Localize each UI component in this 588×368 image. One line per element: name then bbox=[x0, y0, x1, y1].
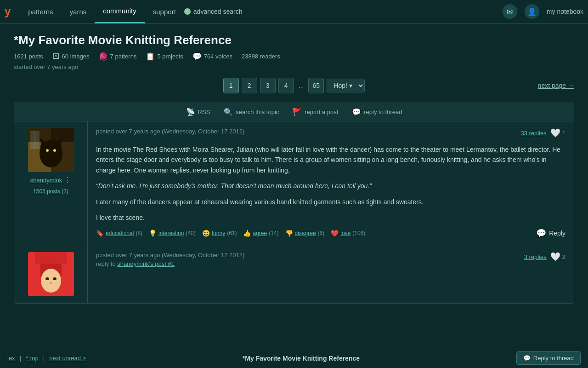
nav-advanced-search[interactable]: advanced search bbox=[184, 8, 243, 15]
username-1[interactable]: shandymink bbox=[30, 177, 62, 184]
svg-point-18 bbox=[45, 277, 49, 280]
thread-meta: 1621 posts 🖼 60 images 🧶 7 patterns 📋 5 … bbox=[14, 52, 574, 61]
avatar-cat-svg bbox=[28, 128, 74, 172]
post-time-1: posted over 7 years ago (Wednesday, Octo… bbox=[96, 128, 244, 135]
flag-icon: 🚩 bbox=[293, 108, 302, 116]
post-text-p1: In the movie The Red Shoes with Moira Sh… bbox=[96, 144, 565, 175]
voices-count[interactable]: 💬 764 voices bbox=[192, 52, 232, 61]
agree-icon: 👍 bbox=[243, 230, 251, 237]
reply-button-1[interactable]: 💬 Reply bbox=[536, 228, 565, 238]
search-status-dot bbox=[184, 8, 191, 15]
post-content-1: posted over 7 years ago (Wednesday, Octo… bbox=[88, 121, 574, 245]
page-content: *My Favorite Movie Knitting Reference 16… bbox=[0, 24, 588, 313]
advanced-search-label[interactable]: advanced search bbox=[193, 8, 243, 15]
nav-yarns[interactable]: yarns bbox=[62, 0, 95, 23]
page-4-btn[interactable]: 4 bbox=[278, 78, 294, 93]
avatar-1 bbox=[28, 128, 74, 172]
post-header-1: posted over 7 years ago (Wednesday, Octo… bbox=[96, 128, 565, 138]
reaction-love[interactable]: ❤️ love (106) bbox=[331, 230, 365, 237]
post-menu-icon-1[interactable]: ⋮ bbox=[64, 176, 71, 184]
reaction-interesting[interactable]: 💡 interesting (40) bbox=[149, 230, 196, 237]
post-replies-1: 33 replies 🤍 1 bbox=[520, 128, 565, 138]
replies-count-1[interactable]: 33 replies bbox=[520, 130, 546, 137]
svg-point-19 bbox=[53, 277, 57, 280]
search-topic-link[interactable]: 🔍 search this topic bbox=[224, 108, 279, 116]
svg-rect-17 bbox=[35, 252, 67, 264]
nav-patterns[interactable]: patterns bbox=[20, 0, 61, 23]
posts-count: 1621 posts bbox=[14, 53, 43, 60]
my-notebook-link[interactable]: my notebook bbox=[547, 8, 583, 15]
navigation: y patterns yarns community support advan… bbox=[0, 0, 588, 24]
rss-link[interactable]: 📡 RSS bbox=[186, 108, 210, 116]
reply-to-thread-toolbar-link[interactable]: 💬 reply to thread bbox=[352, 108, 402, 116]
post-row-2: posted over 7 years ago (Wednesday, Octo… bbox=[14, 245, 574, 303]
reply-label: reply to thread bbox=[364, 109, 402, 115]
pagination: 1 2 3 4 ... 65 Hop! ▾ next page → bbox=[14, 78, 574, 93]
search-topic-label: search this topic bbox=[236, 109, 279, 115]
patterns-count[interactable]: 🧶 7 patterns bbox=[99, 52, 137, 61]
images-icon: 🖼 bbox=[52, 52, 60, 61]
post-sidebar-1: shandymink ⋮ 1505 posts (3) bbox=[14, 121, 88, 245]
hop-select[interactable]: Hop! ▾ bbox=[327, 79, 365, 92]
readers-count: 23898 readers bbox=[242, 53, 280, 60]
post-header-2: posted over 7 years ago (Wednesday, Octo… bbox=[96, 252, 565, 267]
interesting-icon: 💡 bbox=[149, 230, 157, 237]
replies-count-2[interactable]: 3 replies bbox=[524, 253, 547, 260]
forum-container: 📡 RSS 🔍 search this topic 🚩 report a pos… bbox=[14, 103, 574, 304]
heart-badge-1: 🤍 1 bbox=[550, 128, 565, 138]
thread-title: *My Favorite Movie Knitting Reference bbox=[14, 33, 574, 47]
next-page-link[interactable]: next page → bbox=[538, 82, 574, 89]
svg-point-9 bbox=[53, 149, 56, 152]
disagree-icon: 👎 bbox=[285, 230, 293, 237]
search-icon: 🔍 bbox=[224, 108, 233, 116]
post-reply-info: reply to shandymink's post #1 bbox=[96, 260, 244, 267]
heart-badge-2: 🤍 2 bbox=[550, 252, 565, 262]
heart-icon-1: 🤍 bbox=[550, 128, 560, 138]
nav-links: patterns yarns community support advance… bbox=[20, 0, 502, 23]
site-logo[interactable]: y bbox=[5, 5, 11, 18]
educational-icon: 🔖 bbox=[96, 230, 104, 237]
user-posts-link-1[interactable]: 1505 posts (3) bbox=[33, 188, 68, 195]
reaction-disagree[interactable]: 👎 disagree (6) bbox=[285, 230, 325, 237]
report-post-link[interactable]: 🚩 report a post bbox=[293, 108, 338, 116]
page-2-btn[interactable]: 2 bbox=[242, 78, 257, 93]
post-replies-2: 3 replies 🤍 2 bbox=[524, 252, 565, 262]
images-count[interactable]: 🖼 60 images bbox=[52, 52, 90, 61]
projects-icon: 📋 bbox=[146, 52, 155, 61]
profile-icon[interactable]: 👤 bbox=[525, 4, 539, 19]
patterns-icon: 🧶 bbox=[99, 52, 108, 61]
funny-icon: 😄 bbox=[202, 230, 210, 237]
username-row-1: shandymink ⋮ bbox=[30, 176, 71, 184]
avatar-redhair-svg bbox=[28, 252, 74, 296]
heart-count-1: 1 bbox=[562, 130, 565, 137]
heart-count-2: 2 bbox=[562, 253, 565, 260]
nav-right-icons: ✉ 👤 my notebook bbox=[503, 4, 583, 19]
reaction-educational[interactable]: 🔖 educational (8) bbox=[96, 230, 142, 237]
projects-count[interactable]: 📋 5 projects bbox=[146, 52, 183, 61]
rss-icon: 📡 bbox=[186, 108, 195, 116]
thread-started: started over 7 years ago bbox=[14, 63, 574, 70]
svg-point-8 bbox=[46, 149, 49, 152]
reaction-agree[interactable]: 👍 agree (14) bbox=[243, 230, 278, 237]
page-last-btn[interactable]: 65 bbox=[308, 78, 324, 93]
nav-support[interactable]: support bbox=[145, 0, 184, 23]
reply-to-link[interactable]: shandymink's post #1 bbox=[117, 260, 175, 267]
page-3-btn[interactable]: 3 bbox=[260, 78, 276, 93]
messages-icon[interactable]: ✉ bbox=[503, 4, 517, 19]
page-1-btn[interactable]: 1 bbox=[223, 78, 239, 93]
nav-community[interactable]: community bbox=[95, 0, 145, 23]
pagination-ellipsis: ... bbox=[297, 82, 306, 89]
reply-icon: 💬 bbox=[352, 108, 361, 116]
post-sidebar-2 bbox=[14, 245, 88, 303]
avatar-2 bbox=[28, 252, 74, 296]
voices-icon: 💬 bbox=[192, 52, 202, 61]
reply-btn-icon: 💬 bbox=[536, 228, 546, 238]
svg-point-14 bbox=[41, 269, 61, 293]
post-content-2: posted over 7 years ago (Wednesday, Octo… bbox=[88, 245, 574, 303]
reaction-funny[interactable]: 😄 funny (61) bbox=[202, 230, 237, 237]
post-text-p3: I love that scene. bbox=[96, 213, 565, 223]
rss-label: RSS bbox=[198, 109, 210, 115]
report-label: report a post bbox=[305, 109, 338, 115]
post-reactions-1: 🔖 educational (8) 💡 interesting (40) 😄 f… bbox=[96, 228, 565, 238]
post-row: shandymink ⋮ 1505 posts (3) posted over … bbox=[14, 121, 574, 245]
